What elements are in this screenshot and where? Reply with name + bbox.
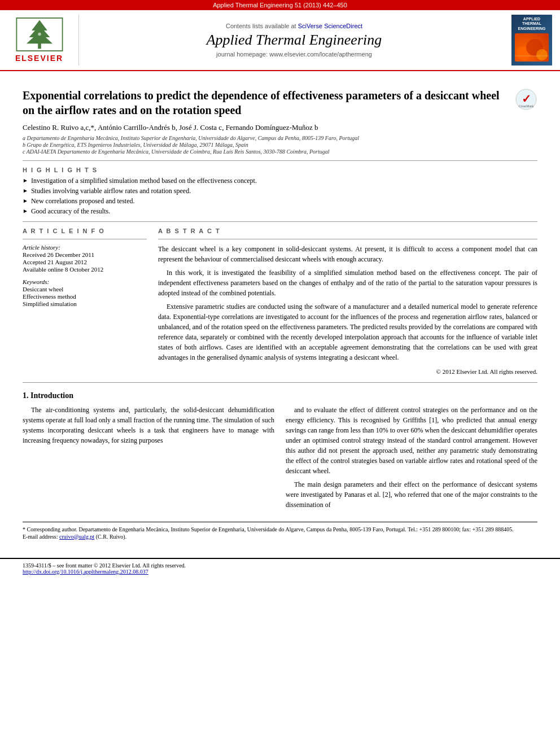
intro-col-left: The air-conditioning systems and, partic… xyxy=(23,405,274,513)
journal-name: Applied Thermal Engineering xyxy=(207,32,382,49)
journal-cover-image: APPLIED THERMAL ENGINEERING xyxy=(511,15,552,65)
abstract-para-3: Extensive parametric studies are conduct… xyxy=(158,302,537,362)
elsevier-tree-icon xyxy=(14,18,65,51)
highlights-section: H I G H L I G H T S ► Investigation of a… xyxy=(23,167,537,216)
sciverse-anchor[interactable]: SciVerse ScienceDirect xyxy=(298,23,362,29)
doi-link[interactable]: http://dx.doi.org/10.1016/j.applthermale… xyxy=(23,569,148,575)
corresponding-author-label: * Corresponding author. Departamento de … xyxy=(23,526,537,532)
introduction-body: The air-conditioning systems and, partic… xyxy=(23,405,537,513)
highlight-item-4: ► Good accuracy of the results. xyxy=(23,207,537,216)
abstract-text: The desiccant wheel is a key component i… xyxy=(158,244,537,377)
divider-3 xyxy=(23,382,537,383)
svg-point-8 xyxy=(536,49,548,60)
info-divider xyxy=(23,239,147,239)
journal-cover-section: APPLIED THERMAL ENGINEERING xyxy=(509,15,554,65)
journal-citation: Applied Thermal Engineering 51 (2013) 44… xyxy=(213,2,347,8)
authors-line: Celestino R. Ruivo a,c,*, António Carril… xyxy=(23,123,537,132)
main-content: Exponential correlations to predict the … xyxy=(0,71,560,549)
bottom-left: 1359-4311/$ – see front matter © 2012 El… xyxy=(23,562,186,575)
abstract-para-1: The desiccant wheel is a key component i… xyxy=(158,244,537,264)
abstract-column: A B S T R A C T The desiccant wheel is a… xyxy=(158,228,537,377)
arrow-icon-2: ► xyxy=(23,187,28,194)
issn-line: 1359-4311/$ – see front matter © 2012 El… xyxy=(23,562,186,569)
keyword-2: Effectiveness method xyxy=(23,293,147,300)
available-date: Available online 8 October 2012 xyxy=(23,266,147,273)
crossmark-icon: ✓ CrossMark xyxy=(515,88,537,111)
article-info-column: A R T I C L E I N F O Article history: R… xyxy=(23,228,147,377)
divider-2 xyxy=(23,221,537,222)
journal-header: ELSEVIER Contents lists available at Sci… xyxy=(0,10,560,71)
arrow-icon-1: ► xyxy=(23,177,28,184)
bottom-bar: 1359-4311/$ – see front matter © 2012 El… xyxy=(0,558,560,578)
highlight-item-3: ► New correlations proposed and tested. xyxy=(23,197,537,206)
history-label: Article history: xyxy=(23,244,147,251)
arrow-icon-3: ► xyxy=(23,198,28,204)
article-title-section: Exponential correlations to predict the … xyxy=(23,88,537,117)
elsevier-logo: ELSEVIER xyxy=(14,18,65,63)
intro-col-right: and to evaluate the effect of different … xyxy=(286,405,537,513)
highlight-item-1: ► Investigation of a simplified simulati… xyxy=(23,177,537,185)
elsevier-logo-section: ELSEVIER xyxy=(6,15,79,65)
affiliation-b: b Grupo de Energética, ETS Ingenieros In… xyxy=(23,142,537,148)
keywords-label: Keywords: xyxy=(23,278,147,285)
email-link[interactable]: cruivo@ualg.pt xyxy=(59,534,94,540)
cover-title-text: APPLIED THERMAL ENGINEERING xyxy=(514,17,550,31)
email-line: E-mail address: cruivo@ualg.pt (C.R. Rui… xyxy=(23,534,537,540)
keywords-section: Keywords: Desiccant wheel Effectiveness … xyxy=(23,278,147,307)
info-abstract-section: A R T I C L E I N F O Article history: R… xyxy=(23,228,537,377)
highlight-item-2: ► Studies involving variable airflow rat… xyxy=(23,187,537,195)
abstract-divider xyxy=(158,239,537,239)
authors-text: Celestino R. Ruivo a,c,*, António Carril… xyxy=(23,123,318,132)
highlights-title: H I G H L I G H T S xyxy=(23,167,537,173)
footnote-section: * Corresponding author. Departamento de … xyxy=(23,522,537,540)
copyright-line: © 2012 Elsevier Ltd. All rights reserved… xyxy=(158,367,537,377)
intro-para-2: and to evaluate the effect of different … xyxy=(286,405,537,476)
svg-text:CrossMark: CrossMark xyxy=(519,104,534,108)
received-date: Received 26 December 2011 xyxy=(23,251,147,258)
article-info-title: A R T I C L E I N F O xyxy=(23,228,147,234)
journal-title-section: Contents lists available at SciVerse Sci… xyxy=(85,15,504,65)
article-title: Exponential correlations to predict the … xyxy=(23,88,509,117)
journal-citation-bar: Applied Thermal Engineering 51 (2013) 44… xyxy=(0,0,560,10)
article-history: Article history: Received 26 December 20… xyxy=(23,244,147,273)
section-1-title: 1. Introduction xyxy=(23,391,537,400)
svg-point-4 xyxy=(38,33,41,36)
elsevier-wordmark: ELSEVIER xyxy=(15,54,63,63)
svg-text:✓: ✓ xyxy=(522,93,531,105)
introduction-section: 1. Introduction The air-conditioning sys… xyxy=(23,391,537,513)
sciverse-link: Contents lists available at SciVerse Sci… xyxy=(226,23,362,29)
intro-para-3: The main design parameters and their eff… xyxy=(286,479,537,510)
affiliation-a: a Departamento de Engenharia Mecânica, I… xyxy=(23,135,537,141)
abstract-para-2: In this work, it is investigated the fea… xyxy=(158,268,537,298)
affiliation-c: c ADAI-IAETA Departamento de Engenharia … xyxy=(23,148,537,155)
journal-homepage-url: journal homepage: www.elsevier.com/locat… xyxy=(216,51,372,58)
keyword-3: Simplified simulation xyxy=(23,300,147,307)
keyword-1: Desiccant wheel xyxy=(23,286,147,292)
abstract-title: A B S T R A C T xyxy=(158,228,537,234)
affiliations-section: a Departamento de Engenharia Mecânica, I… xyxy=(23,135,537,155)
arrow-icon-4: ► xyxy=(23,208,28,214)
intro-para-1: The air-conditioning systems and, partic… xyxy=(23,405,274,445)
divider-1 xyxy=(23,160,537,161)
accepted-date: Accepted 21 August 2012 xyxy=(23,259,147,265)
cover-graphic xyxy=(515,33,549,62)
